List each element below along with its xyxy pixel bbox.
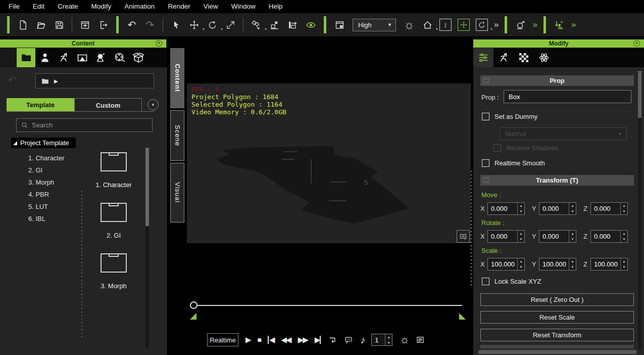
- annotation-icon[interactable]: [457, 230, 470, 243]
- move-x-field[interactable]: [488, 205, 517, 212]
- spin-up-icon[interactable]: ▲: [621, 231, 627, 237]
- scale-x-stepper[interactable]: ▲▼: [487, 258, 525, 271]
- tree-item-character[interactable]: 1. Character: [28, 152, 79, 164]
- side-tab-visual[interactable]: Visual: [170, 163, 184, 223]
- realtime-smooth-checkbox[interactable]: [482, 159, 489, 167]
- menu-edit[interactable]: Edit: [26, 0, 51, 13]
- history-back-icon[interactable]: ↶: [8, 74, 17, 86]
- spin-down-icon[interactable]: ▼: [621, 209, 627, 215]
- orbit-camera-icon[interactable]: [512, 17, 528, 33]
- prop-section-header[interactable]: − Prop: [480, 75, 634, 86]
- thumbnail-morph[interactable]: 3. Morph: [86, 249, 141, 290]
- tab-custom[interactable]: Custom: [74, 98, 142, 112]
- quality-select[interactable]: High ▼: [353, 19, 396, 31]
- go-to-start-button[interactable]: ◀: [268, 336, 274, 344]
- spin-down-icon[interactable]: ▼: [621, 264, 627, 271]
- tab-scene[interactable]: [73, 48, 91, 67]
- rotate-y-field[interactable]: [539, 233, 569, 240]
- realtime-button[interactable]: Realtime: [207, 333, 238, 346]
- tab-actor[interactable]: [35, 48, 54, 67]
- spin-up-icon[interactable]: ▲: [518, 258, 524, 264]
- tree-item-morph[interactable]: 3. Morph: [28, 176, 79, 188]
- timeline-playhead-knob[interactable]: [190, 301, 197, 309]
- spin-down-icon[interactable]: ▼: [518, 264, 524, 271]
- transform-section-header[interactable]: − Transform (T): [480, 175, 634, 186]
- next-section-header-partial[interactable]: [480, 345, 634, 348]
- undo-icon[interactable]: ↶: [124, 17, 140, 33]
- spin-down-icon[interactable]: ▼: [621, 237, 627, 243]
- move-tool-icon[interactable]: ▾: [186, 17, 202, 33]
- render-settings-icon[interactable]: ☼: [400, 336, 409, 344]
- menu-create[interactable]: Create: [51, 0, 85, 13]
- modify-panel-header[interactable]: Modify ×: [473, 39, 644, 48]
- spin-down-icon[interactable]: ▼: [518, 237, 524, 243]
- reset-transform-button[interactable]: Reset Transform: [480, 329, 634, 341]
- move-z-field[interactable]: [591, 205, 620, 212]
- rewind-button[interactable]: ◀◀: [281, 336, 291, 344]
- dolly-gizmo-icon[interactable]: ↕: [437, 17, 454, 33]
- menu-animation[interactable]: Animation: [118, 0, 161, 13]
- stop-button[interactable]: ■: [258, 336, 261, 344]
- tree-item-gi[interactable]: 2. GI: [28, 164, 79, 176]
- show-hide-icon[interactable]: [303, 17, 319, 33]
- spin-up-icon[interactable]: ▲: [518, 203, 524, 209]
- spin-up-icon[interactable]: ▲: [621, 258, 627, 264]
- brightness-icon[interactable]: ☼: [401, 17, 417, 33]
- dock-layout-icon[interactable]: [331, 17, 348, 33]
- rotate-z-field[interactable]: [591, 233, 620, 240]
- side-tab-content[interactable]: Content: [170, 48, 184, 108]
- align-move-icon[interactable]: [284, 17, 301, 33]
- thumbnail-gi[interactable]: 2. GI: [86, 198, 141, 239]
- rotate-x-stepper[interactable]: ▲▼: [487, 230, 525, 243]
- menu-help[interactable]: Help: [262, 0, 289, 13]
- camera-overflow-chevron[interactable]: »: [529, 20, 539, 30]
- motion-target-icon[interactable]: [551, 17, 567, 33]
- tree-item-project-template[interactable]: Project Template: [11, 138, 76, 148]
- link-tool-icon[interactable]: ▾: [248, 17, 264, 33]
- move-y-field[interactable]: [539, 205, 569, 212]
- modify-close-icon[interactable]: ×: [633, 40, 640, 47]
- align-object-icon[interactable]: [266, 17, 282, 33]
- tab-project-template[interactable]: [17, 48, 35, 67]
- redo-icon[interactable]: ↷: [142, 17, 158, 33]
- prop-name-field[interactable]: [504, 90, 631, 103]
- viewport-3d[interactable]: S FPS : 0 Project Polygon : 1684 Selecte…: [187, 83, 471, 243]
- select-tool-icon[interactable]: [168, 17, 184, 33]
- menu-window[interactable]: Window: [225, 0, 262, 13]
- tree-splitter[interactable]: [80, 191, 83, 338]
- menu-render[interactable]: Render: [161, 0, 196, 13]
- orbit-gizmo-icon[interactable]: ▾: [474, 17, 490, 33]
- lock-scale-checkbox[interactable]: [482, 278, 489, 285]
- scale-x-field[interactable]: [488, 260, 517, 268]
- audio-note-button[interactable]: ♪: [360, 336, 364, 344]
- collapse-icon[interactable]: −: [483, 77, 489, 84]
- reset-scale-button[interactable]: Reset Scale: [480, 311, 634, 324]
- export-icon[interactable]: [95, 17, 111, 33]
- camera-home-icon[interactable]: ▾: [419, 17, 435, 33]
- rotate-z-stepper[interactable]: ▲▼: [590, 230, 628, 243]
- move-z-stepper[interactable]: ▲▼: [590, 202, 628, 215]
- library-collapse-icon[interactable]: ▾: [147, 99, 159, 110]
- spin-down-icon[interactable]: ▼: [569, 209, 576, 215]
- breadcrumb[interactable]: ▶: [35, 73, 154, 88]
- motion-overflow-chevron[interactable]: »: [568, 20, 578, 30]
- go-to-end-button[interactable]: ▶: [315, 336, 321, 344]
- tab-physics-settings[interactable]: [534, 48, 554, 67]
- spin-down-icon[interactable]: ▼: [518, 209, 524, 215]
- loop-button[interactable]: [328, 335, 337, 344]
- content-close-icon[interactable]: ×: [156, 40, 162, 47]
- timeline-range-start-marker[interactable]: [190, 313, 196, 320]
- modify-scrollbar-thumb[interactable]: [638, 71, 641, 118]
- side-tab-scene[interactable]: Scene: [170, 110, 184, 161]
- frame-down-icon[interactable]: ▼: [385, 340, 392, 345]
- viewport-splitter[interactable]: [470, 171, 472, 287]
- orbit-gizmo-caret-icon[interactable]: ▾: [490, 27, 492, 31]
- pan-gizmo-icon[interactable]: [456, 17, 472, 33]
- rotate-x-field[interactable]: [488, 233, 517, 240]
- menu-view[interactable]: View: [197, 0, 225, 13]
- move-y-stepper[interactable]: ▲▼: [539, 202, 576, 215]
- tab-media[interactable]: [110, 48, 129, 67]
- tab-material-settings[interactable]: [514, 48, 534, 67]
- spin-up-icon[interactable]: ▲: [569, 231, 576, 237]
- spin-down-icon[interactable]: ▼: [569, 264, 576, 271]
